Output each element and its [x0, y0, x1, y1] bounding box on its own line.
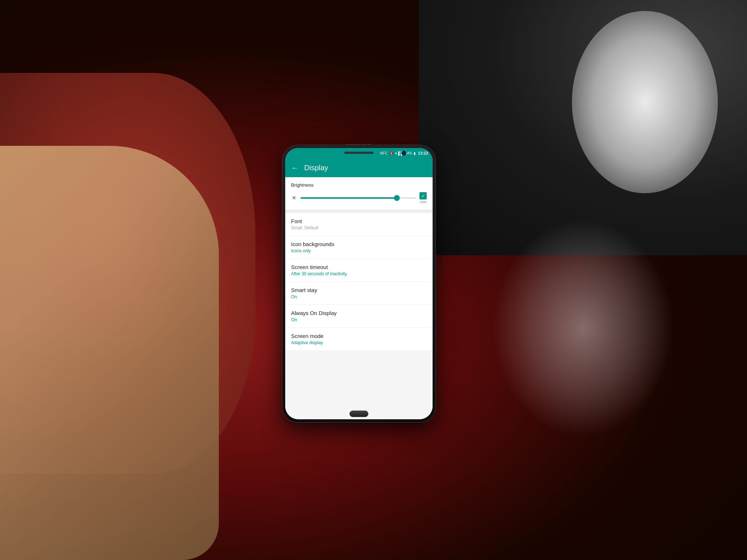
divider-1 — [285, 210, 433, 213]
smart-stay-title: Smart stay — [291, 287, 427, 293]
always-on-subtitle: On — [291, 317, 427, 322]
nfc-icon: NFC — [380, 151, 388, 155]
smart-stay-setting[interactable]: Smart stay On — [285, 282, 433, 305]
phone-chassis: NFC 🔇 ▾ ▌▌ 64% ▮ 13:22 ← Display Brightn… — [282, 145, 436, 422]
always-on-title: Always On Display — [291, 310, 427, 316]
phone-device: SAMSUNG NFC 🔇 ▾ ▌▌ 64% ▮ 13:22 ← Di — [282, 145, 436, 422]
checkbox: ✓ — [419, 192, 427, 199]
settings-list: Brightness ☀ ✓ Auto — [285, 177, 433, 419]
status-icons: NFC 🔇 ▾ ▌▌ 64% ▮ — [380, 151, 416, 155]
battery-icon: ▮ — [414, 151, 416, 155]
brightness-slider[interactable] — [301, 197, 416, 199]
font-title: Font — [291, 218, 427, 224]
brightness-track — [301, 197, 395, 199]
hand — [0, 146, 219, 560]
icon-bg-subtitle: Icons only — [291, 248, 427, 253]
mute-icon: 🔇 — [389, 151, 394, 155]
icon-bg-title: Icon backgrounds — [291, 241, 427, 247]
auto-brightness-toggle[interactable]: ✓ Auto — [419, 192, 427, 204]
smart-stay-subtitle: On — [291, 294, 427, 299]
screen-timeout-setting[interactable]: Screen timeout After 30 seconds of inact… — [285, 259, 433, 282]
light-reflection — [492, 219, 674, 438]
icon-backgrounds-setting[interactable]: Icon backgrounds Icons only — [285, 236, 433, 259]
brightness-section: Brightness ☀ ✓ Auto — [285, 177, 433, 210]
checkmark-icon: ✓ — [421, 194, 425, 198]
always-on-display-setting[interactable]: Always On Display On — [285, 305, 433, 328]
phone-screen: NFC 🔇 ▾ ▌▌ 64% ▮ 13:22 ← Display Brightn… — [285, 148, 433, 419]
screen-mode-setting[interactable]: Screen mode Adaptive display — [285, 328, 433, 351]
light-blob — [572, 11, 718, 193]
screen-timeout-title: Screen timeout — [291, 264, 427, 270]
speaker-grille — [344, 152, 374, 154]
brightness-controls: ☀ ✓ Auto — [291, 192, 427, 204]
status-time: 13:22 — [418, 151, 428, 155]
page-header: ← Display — [285, 158, 433, 177]
auto-label: Auto — [420, 200, 427, 204]
screen-timeout-subtitle: After 30 seconds of inactivity. — [291, 271, 427, 276]
font-subtitle: Small, Default — [291, 225, 427, 230]
brightness-thumb — [394, 195, 400, 201]
front-camera — [401, 151, 406, 156]
brightness-title: Brightness — [291, 182, 427, 188]
back-button[interactable]: ← — [291, 164, 298, 172]
screen-mode-title: Screen mode — [291, 333, 427, 339]
screen-mode-subtitle: Adaptive display — [291, 340, 427, 345]
wifi-icon: ▾ — [395, 151, 397, 155]
font-setting[interactable]: Font Small, Default — [285, 213, 433, 236]
home-button[interactable] — [349, 411, 368, 417]
brightness-icon: ☀ — [291, 194, 297, 202]
page-title: Display — [304, 164, 328, 172]
